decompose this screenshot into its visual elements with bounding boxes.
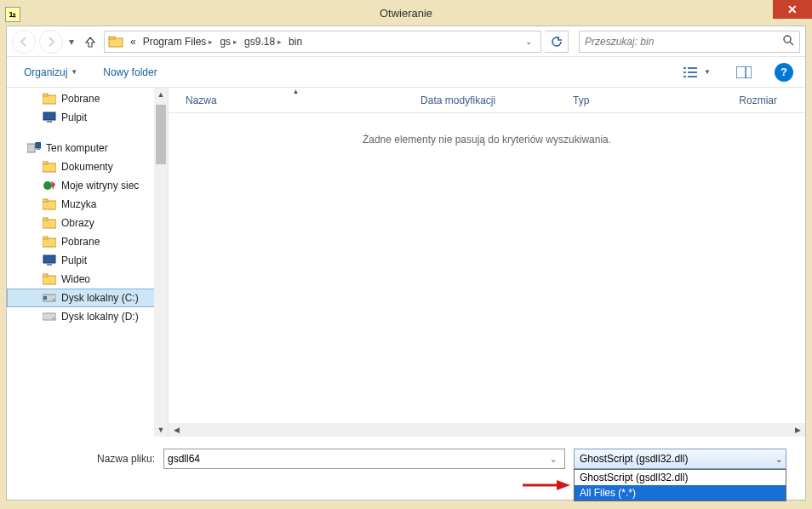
close-button[interactable]: ✕ [773,0,812,19]
tree-item[interactable]: Dysk lokalny (D:) [7,307,168,326]
folder-icon [43,93,56,105]
view-mode-button[interactable]: ▼ [680,63,713,82]
forward-button[interactable] [39,30,63,54]
tree-item[interactable]: Moje witryny siec [7,176,168,195]
new-folder-button[interactable]: Nowy folder [98,63,162,82]
filename-input[interactable] [168,453,546,465]
scroll-down-icon[interactable]: ▼ [154,423,168,437]
tree-item-label: Pulpit [61,112,87,123]
column-size[interactable]: Rozmiar [718,88,795,112]
tree-item[interactable]: Dysk lokalny (C:) [7,289,168,307]
breadcrumb-gs918[interactable]: gs9.18 ▸ [241,31,285,52]
breadcrumb-gs[interactable]: gs ▸ [216,31,241,52]
svg-rect-29 [47,264,52,266]
view-dropdown-icon[interactable]: ▼ [701,63,713,82]
file-list-panel: ▲ Nazwa Data modyfikacji Typ Rozmiar Żad… [169,88,805,437]
preview-pane-button[interactable] [734,63,754,82]
scroll-right-icon[interactable]: ▶ [792,426,803,434]
organize-button[interactable]: Organizuj ▼ [19,63,83,82]
column-type[interactable]: Typ [566,88,718,112]
breadcrumb-bar[interactable]: « Program Files ▸ gs ▸ gs9.18 ▸ bin ⌄ [104,31,541,53]
svg-point-21 [43,181,52,190]
svg-rect-27 [43,237,48,239]
pc-icon [27,142,41,154]
up-button[interactable] [80,31,100,52]
tree-item[interactable]: Pulpit [7,251,168,270]
filetype-selected: GhostScript (gsdll32.dll) [580,453,688,465]
tree-item[interactable]: Muzyka [7,195,168,214]
breadcrumb-overflow[interactable]: « [127,31,140,52]
help-button[interactable]: ? [775,63,793,82]
svg-rect-8 [683,76,686,77]
back-button[interactable] [12,30,36,54]
tree-item[interactable]: Ten komputer [7,139,168,157]
folder-icon [108,35,123,49]
filename-dropdown-icon[interactable]: ⌄ [546,455,561,464]
dialog-body: PobranePulpitTen komputerDokumentyMoje w… [7,88,805,437]
chevron-down-icon: ⌄ [775,455,782,464]
svg-rect-13 [43,94,48,96]
history-dropdown[interactable]: ▾ [66,36,77,48]
tree-item[interactable]: Pobrane [7,232,168,251]
filename-combo[interactable]: ⌄ [163,449,565,469]
filetype-dropdown[interactable]: GhostScript (gsdll32.dll) All Files (*.*… [574,469,786,501]
toolbar: Organizuj ▼ Nowy folder ▼ ? [7,57,805,88]
tree-item[interactable]: Pulpit [7,108,168,127]
svg-rect-31 [43,274,48,277]
tree-item-label: Pobrane [61,93,100,105]
svg-rect-5 [688,67,697,69]
filetype-option-ghostscript[interactable]: GhostScript (gsdll32.dll) [575,470,786,485]
column-name[interactable]: ▲ Nazwa [179,88,414,112]
tree-item-label: Moje witryny siec [61,180,139,192]
svg-rect-28 [43,255,55,263]
search-box[interactable] [579,31,800,53]
filetype-option-allfiles[interactable]: All Files (*.*) [575,485,786,500]
app-icon: 1₂ [5,7,20,22]
view-details-icon[interactable] [680,63,700,82]
tree-scroll-thumb[interactable] [156,105,166,164]
tree-item-label: Pobrane [61,236,100,248]
filetype-select[interactable]: GhostScript (gsdll32.dll) ⌄ [574,449,786,469]
svg-marker-38 [557,480,570,490]
svg-rect-10 [736,66,752,78]
breadcrumb-bin[interactable]: bin [285,31,306,52]
tree-item[interactable]: Wideo [7,270,168,289]
column-date[interactable]: Data modyfikacji [414,88,566,112]
svg-point-36 [53,317,54,319]
refresh-button[interactable] [545,31,569,53]
titlebar: 1₂ Otwieranie ✕ [0,0,812,26]
window-title: Otwieranie [380,7,432,20]
tree-item-label: Pulpit [61,254,87,266]
breadcrumb-program-files[interactable]: Program Files ▸ [140,31,217,52]
tree-item-label: Dokumenty [61,161,113,173]
svg-rect-33 [43,296,47,300]
tree-item-label: Dysk lokalny (C:) [61,292,139,304]
web-icon [43,180,56,192]
search-icon[interactable] [783,35,794,49]
monitor-small-icon [43,254,56,266]
svg-rect-15 [47,121,52,123]
tree-item[interactable]: Dokumenty [7,157,168,176]
svg-rect-7 [688,71,697,73]
folder-icon [43,236,56,248]
sort-ascending-icon: ▲ [293,88,300,95]
svg-rect-6 [683,71,686,73]
annotation-arrow [523,478,570,492]
folder-icon [43,198,56,210]
tree-item[interactable]: Obrazy [7,214,168,232]
breadcrumb-dropdown[interactable]: ⌄ [520,37,537,46]
svg-point-34 [53,299,54,300]
tree-scrollbar[interactable]: ▲ ▼ [154,88,168,437]
scroll-up-icon[interactable]: ▲ [154,88,168,101]
scroll-left-icon[interactable]: ◀ [170,426,182,434]
content-hscrollbar[interactable]: ◀ ▶ [169,423,805,437]
svg-rect-23 [43,199,48,202]
nav-bar: ▾ « Program Files ▸ gs ▸ gs9.18 ▸ bin ⌄ [7,26,805,57]
tree-item[interactable]: Pobrane [7,89,168,108]
svg-line-3 [790,42,793,45]
tree-item-label: Muzyka [61,198,96,210]
svg-rect-20 [43,162,48,164]
tree-item-label: Wideo [61,273,90,285]
tree-item-label: Ten komputer [46,142,108,154]
search-input[interactable] [585,36,783,48]
